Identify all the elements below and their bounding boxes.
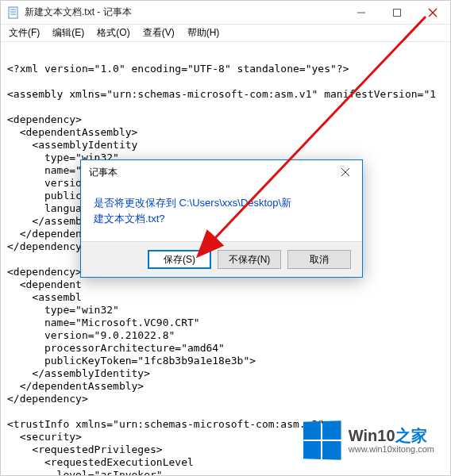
menu-help[interactable]: 帮助(H) [181,25,226,41]
menu-edit[interactable]: 编辑(E) [46,25,91,41]
svg-rect-5 [393,9,400,16]
window-controls [343,1,450,24]
save-dialog: 记事本 是否将更改保存到 C:\Users\xxs\Desktop\新 建文本文… [80,159,363,278]
watermark-brand-suffix: 之家 [395,427,427,444]
dialog-title: 记事本 [89,166,329,179]
minimize-button[interactable] [343,1,379,24]
menubar: 文件(F) 编辑(E) 格式(O) 查看(V) 帮助(H) [1,25,450,42]
save-button[interactable]: 保存(S) [148,250,211,269]
dialog-titlebar: 记事本 [81,160,362,184]
watermark-brand-pre: Win10 [349,427,395,444]
dialog-message-line1: 是否将更改保存到 C:\Users\xxs\Desktop\新 [94,195,349,211]
dialog-message: 是否将更改保存到 C:\Users\xxs\Desktop\新 建文本文档.tx… [81,184,362,241]
menu-file[interactable]: 文件(F) [2,25,46,41]
close-icon [428,8,438,17]
dont-save-button[interactable]: 不保存(N) [218,250,281,269]
dialog-button-row: 保存(S) 不保存(N) 取消 [81,241,362,277]
windows-logo-icon [303,420,341,460]
cancel-button[interactable]: 取消 [287,250,351,269]
notepad-icon [7,6,20,19]
dialog-message-line2: 建文本文档.txt? [94,211,349,227]
watermark-text: Win10之家 www.win10xitong.com [349,427,434,454]
close-button[interactable] [414,1,450,24]
window-title: 新建文本文档.txt - 记事本 [25,6,343,19]
watermark: Win10之家 www.win10xitong.com [303,421,434,459]
maximize-button[interactable] [379,1,414,24]
titlebar: 新建文本文档.txt - 记事本 [1,1,450,25]
dialog-close-button[interactable] [329,160,362,184]
watermark-url: www.win10xitong.com [349,444,434,454]
minimize-icon [357,9,365,17]
maximize-icon [393,9,401,17]
close-icon [341,168,349,176]
menu-view[interactable]: 查看(V) [137,25,181,41]
svg-rect-0 [9,7,17,18]
menu-format[interactable]: 格式(O) [91,25,136,41]
